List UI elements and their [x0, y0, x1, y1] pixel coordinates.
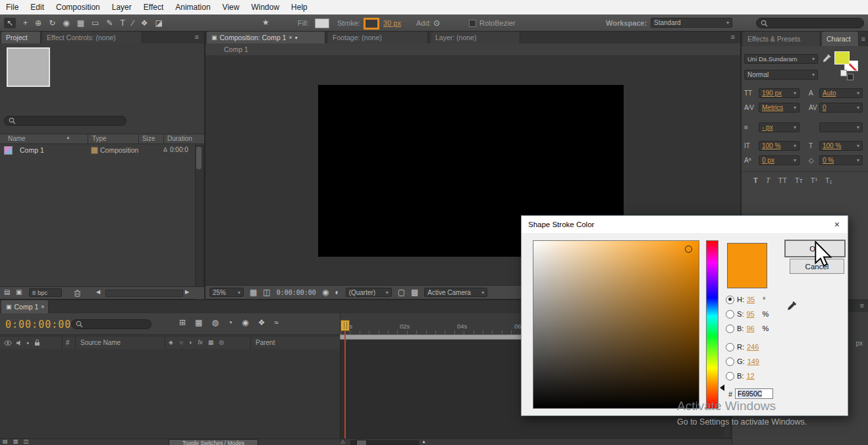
- stroke-width-value[interactable]: - px: [762, 124, 773, 131]
- font-size-select[interactable]: 190 px ▾: [759, 88, 800, 98]
- comp-flowchart-icon[interactable]: ⊞: [179, 319, 186, 327]
- menu-layer[interactable]: Layer: [106, 0, 138, 14]
- frame-blend-icon[interactable]: ◔: [228, 319, 232, 327]
- layer-list-area[interactable]: [0, 349, 340, 438]
- hand-tool-icon[interactable]: +: [23, 19, 28, 27]
- selection-tool-icon[interactable]: ↖: [4, 18, 16, 28]
- tsume-select[interactable]: 0 % ▾: [819, 155, 863, 165]
- show-channel-icon[interactable]: ◐: [335, 288, 339, 296]
- hue-value[interactable]: 35: [747, 296, 760, 303]
- trash-icon[interactable]: [74, 289, 81, 297]
- font-size-value[interactable]: 190 px: [762, 90, 782, 97]
- tracking-select[interactable]: 0 ▾: [819, 103, 863, 113]
- leading-select[interactable]: Auto ▾: [819, 88, 863, 98]
- brightness-radio[interactable]: [726, 325, 734, 333]
- tsume-value[interactable]: 0 %: [823, 157, 834, 164]
- panel-menu-icon[interactable]: ≡: [195, 33, 199, 41]
- default-fill-stroke-icon[interactable]: [847, 74, 854, 80]
- hue-radio[interactable]: [726, 296, 734, 304]
- blue-value[interactable]: 12: [746, 372, 759, 380]
- timeline-zoom-slider[interactable]: [350, 440, 419, 445]
- menu-composition[interactable]: Composition: [50, 0, 106, 14]
- column-source-name[interactable]: Source Name: [80, 339, 121, 346]
- menu-animation[interactable]: Animation: [169, 0, 216, 14]
- pan-behind-tool-icon[interactable]: ▦: [77, 19, 84, 27]
- shape-tool-icon[interactable]: ▭: [92, 19, 99, 27]
- red-radio[interactable]: [726, 343, 734, 352]
- expand-inout-icon[interactable]: ◫: [24, 439, 29, 444]
- audio-icon[interactable]: [16, 340, 22, 346]
- scrollbar-thumb[interactable]: [196, 147, 202, 169]
- timeline-search-input[interactable]: [71, 319, 151, 329]
- dialog-titlebar[interactable]: Shape Stroke Color ×: [522, 216, 848, 233]
- green-radio[interactable]: [726, 357, 734, 366]
- camera-view-select[interactable]: Active Camera ▾: [424, 288, 487, 297]
- quality-icon[interactable]: ◐: [189, 339, 192, 346]
- baseline-shift-select[interactable]: 0 px ▾: [759, 155, 800, 165]
- magnification-select[interactable]: 25% ▾: [209, 288, 244, 297]
- tab-timeline-comp1[interactable]: ▣ Comp 1 ×: [1, 300, 49, 313]
- motion-blur-col-icon[interactable]: ◎: [219, 339, 224, 346]
- add-shape-icon[interactable]: ⊙: [433, 19, 440, 27]
- snapshot-icon[interactable]: ◉: [322, 288, 329, 296]
- new-folder-icon[interactable]: ▣: [16, 289, 22, 296]
- tracking-value[interactable]: 0: [823, 104, 827, 111]
- chevron-down-icon[interactable]: ▾: [295, 35, 298, 41]
- workspace-select[interactable]: Standard ▾: [651, 18, 732, 28]
- horizontal-scale-select[interactable]: 100 % ▾: [819, 141, 863, 151]
- tab-close-icon[interactable]: ×: [288, 34, 292, 41]
- saturation-value[interactable]: 95: [746, 310, 759, 318]
- color-picker-marker[interactable]: [685, 246, 692, 253]
- region-of-interest-icon[interactable]: ▢: [398, 288, 405, 296]
- horizontal-scrollbar[interactable]: [105, 290, 183, 297]
- eyedropper-icon[interactable]: [822, 53, 832, 63]
- menu-effect[interactable]: Effect: [138, 0, 169, 14]
- project-search-input[interactable]: [4, 116, 126, 126]
- rotobezier-label[interactable]: RotoBezier: [479, 19, 515, 27]
- vertical-scale-value[interactable]: 100 %: [762, 142, 780, 149]
- panel-menu-icon[interactable]: ≡: [860, 301, 864, 309]
- mask-visibility-icon[interactable]: ◫: [263, 288, 270, 296]
- font-style-select[interactable]: Normal ▾: [744, 70, 818, 80]
- zoom-in-mountain-icon[interactable]: ▲: [421, 439, 426, 444]
- leading-value[interactable]: Auto: [823, 90, 836, 97]
- collapse-icon[interactable]: ☼: [178, 339, 184, 346]
- rotobezier-checkbox[interactable]: [469, 20, 476, 27]
- column-size[interactable]: Size: [142, 135, 155, 142]
- transparency-grid-icon[interactable]: ▩: [411, 288, 418, 296]
- draft-3d-icon[interactable]: ▦: [195, 319, 202, 327]
- current-timecode[interactable]: 0:00:00:00: [5, 319, 71, 330]
- hue-slider-marker[interactable]: [720, 384, 724, 391]
- star-tool-icon[interactable]: ★: [262, 18, 269, 26]
- tab-close-icon[interactable]: ×: [41, 303, 44, 310]
- column-hash[interactable]: #: [66, 339, 70, 346]
- hue-slider[interactable]: [706, 240, 719, 409]
- green-value[interactable]: 149: [747, 357, 761, 365]
- type-tool-icon[interactable]: T: [120, 19, 124, 27]
- zoom-slider-thumb[interactable]: [356, 440, 367, 445]
- char-fill-swatch[interactable]: [834, 51, 850, 65]
- panel-menu-icon[interactable]: ≡: [861, 35, 865, 43]
- tab-effects-presets[interactable]: Effects & Presets: [743, 32, 821, 46]
- pen-tool-icon[interactable]: ✎: [106, 19, 113, 27]
- menu-edit[interactable]: Edit: [24, 0, 50, 14]
- project-scrollbar[interactable]: [195, 145, 204, 304]
- frame-blend-col-icon[interactable]: ▦: [208, 339, 214, 346]
- zoom-out-mountain-icon[interactable]: △: [341, 439, 344, 444]
- scroll-right-icon[interactable]: ▶: [185, 290, 189, 295]
- lock-icon[interactable]: [34, 339, 40, 346]
- column-type[interactable]: Type: [92, 135, 107, 142]
- brainstorm-icon[interactable]: ❖: [258, 319, 265, 327]
- brush-tool-icon[interactable]: ∕: [132, 19, 134, 27]
- expand-modes-icon[interactable]: ▥: [13, 439, 18, 444]
- brightness-value[interactable]: 96: [746, 325, 759, 332]
- faux-bold-button[interactable]: T: [753, 176, 758, 184]
- toolbar-search-input[interactable]: [756, 18, 864, 28]
- eye-icon[interactable]: [4, 340, 12, 346]
- eyedropper-icon[interactable]: [786, 300, 798, 311]
- red-value[interactable]: 246: [747, 343, 760, 351]
- interpret-footage-icon[interactable]: ▤: [4, 289, 10, 296]
- fill-swatch[interactable]: [315, 18, 329, 28]
- expand-layers-icon[interactable]: ▤: [3, 439, 8, 444]
- vertical-scale-select[interactable]: 100 % ▾: [759, 141, 800, 151]
